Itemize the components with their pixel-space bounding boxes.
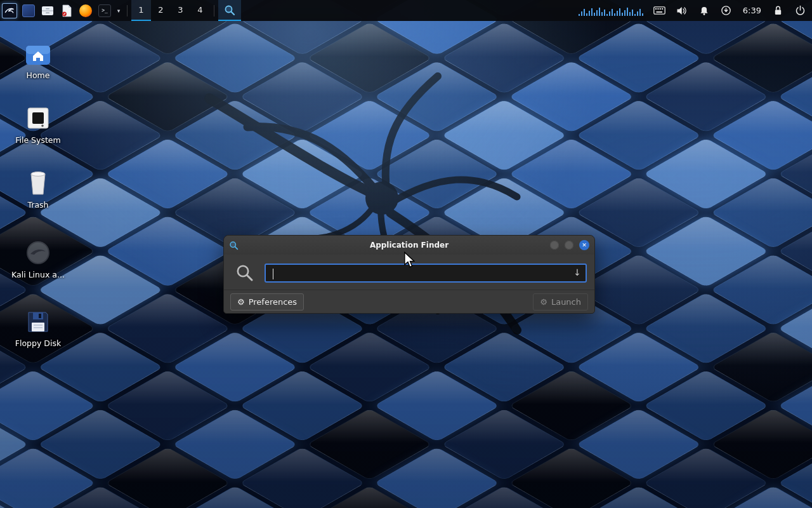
firefox-launcher[interactable] [76, 0, 95, 21]
volume-icon[interactable] [675, 0, 689, 21]
monitor-tick [639, 9, 641, 16]
preferences-button[interactable]: ⚙ Preferences [230, 293, 304, 311]
window-icon [229, 241, 239, 250]
desktop-icon [22, 4, 35, 17]
launch-label: Launch [551, 297, 581, 307]
top-panel: >_ ▾ 1 2 3 4 6:39 [0, 0, 812, 21]
terminal-icon: >_ [98, 4, 111, 17]
monitor-tick [599, 8, 600, 16]
monitor-tick [589, 11, 590, 16]
workspace-1-label: 1 [138, 5, 143, 15]
workspace-2-label: 2 [158, 5, 163, 15]
minimize-button[interactable] [550, 241, 559, 250]
desktop-icon-label: Home [8, 70, 69, 80]
firefox-icon [79, 4, 92, 17]
panel-separator [127, 5, 128, 17]
file-manager-launcher[interactable] [38, 0, 57, 21]
monitor-tick [591, 8, 593, 16]
dropdown-arrow-icon[interactable]: ↓ [573, 267, 581, 277]
home-icon [8, 37, 69, 66]
application-finder-task-icon [224, 4, 235, 16]
launch-icon: ⚙ [540, 298, 547, 306]
panel-left-group: >_ ▾ 1 2 3 4 [0, 0, 241, 21]
monitor-tick [634, 14, 636, 16]
search-icon [235, 264, 254, 283]
monitor-tick [624, 10, 625, 16]
window-footer: ⚙ Preferences ⚙ Launch [224, 290, 594, 313]
text-editor-icon [61, 4, 72, 17]
desktop-icon-file-system[interactable]: File System [8, 102, 69, 145]
workspace-1[interactable]: 1 [131, 0, 151, 21]
monitor-tick [579, 14, 580, 16]
launch-button[interactable]: ⚙ Launch [533, 293, 588, 311]
window-controls: ✕ [550, 240, 589, 250]
monitor-tick [584, 9, 585, 16]
notifications-bell-icon[interactable] [697, 0, 711, 21]
terminal-dropdown-chevron-icon[interactable]: ▾ [114, 0, 123, 21]
monitor-tick [617, 11, 618, 16]
panel-right-group: 6:39 [577, 0, 812, 21]
search-input[interactable] [266, 265, 586, 281]
desktop-icon-home[interactable]: Home [8, 37, 69, 80]
screen-lock-icon[interactable] [771, 0, 785, 21]
power-icon[interactable] [793, 0, 807, 21]
text-caret [273, 269, 273, 279]
monitor-tick [596, 10, 598, 16]
monitor-tick [637, 11, 638, 16]
desktop-icon-floppy-disk[interactable]: Floppy Disk [8, 305, 69, 348]
desktop-icon-label: Floppy Disk [8, 338, 69, 348]
desktop-icon-label: File System [8, 135, 69, 145]
monitor-tick [622, 13, 623, 16]
clock-label: 6:39 [743, 6, 761, 15]
close-button[interactable]: ✕ [579, 240, 589, 250]
monitor-tick [629, 12, 631, 16]
monitor-tick [619, 8, 620, 16]
monitor-tick [627, 8, 628, 16]
activity-monitor-applet[interactable] [577, 6, 645, 16]
desktop-icon-label: Kali Linux a... [8, 270, 69, 279]
workspace-2[interactable]: 2 [151, 0, 171, 21]
monitor-tick [586, 13, 587, 16]
monitor-tick [601, 12, 603, 16]
monitor-tick [581, 11, 582, 16]
maximize-button[interactable] [565, 241, 573, 250]
gear-icon: ⚙ [237, 298, 245, 306]
monitor-tick [594, 13, 595, 16]
show-desktop-button[interactable] [19, 0, 38, 21]
monitor-tick [609, 11, 610, 16]
monitor-tick [604, 10, 605, 16]
kali-docs-icon [8, 236, 69, 265]
terminal-launcher[interactable]: >_ [95, 0, 114, 21]
monitor-tick [606, 14, 608, 16]
search-row: ↓ [224, 255, 594, 291]
monitor-tick [612, 9, 613, 16]
workspace-3[interactable]: 3 [171, 0, 190, 21]
monitor-tick [642, 13, 643, 16]
keyboard-indicator-icon[interactable] [653, 0, 667, 21]
monitor-tick [632, 10, 633, 16]
text-editor-launcher[interactable] [57, 0, 76, 21]
trash-icon [8, 166, 69, 196]
workspace-4[interactable]: 4 [190, 0, 210, 21]
monitor-tick [614, 13, 615, 16]
workspace-4-label: 4 [197, 5, 202, 15]
preferences-label: Preferences [249, 297, 297, 307]
file-system-icon [8, 102, 69, 131]
file-manager-icon [41, 5, 54, 17]
close-icon: ✕ [582, 242, 587, 248]
panel-separator [214, 5, 214, 17]
taskbar-application-finder[interactable] [218, 0, 241, 21]
search-entry: ↓ [265, 264, 587, 283]
application-finder-window: Application Finder ✕ ↓ ⚙ Preferences ⚙ L… [223, 235, 595, 314]
desktop-icon-kali-docs[interactable]: Kali Linux a... [8, 236, 69, 279]
updates-icon[interactable] [719, 0, 733, 21]
desktop-icon-label: Trash [8, 200, 69, 210]
workspace-3-label: 3 [178, 5, 183, 15]
clock[interactable]: 6:39 [742, 6, 763, 15]
window-title: Application Finder [370, 241, 449, 250]
kali-menu-button[interactable] [0, 0, 19, 21]
desktop-icon-trash[interactable]: Trash [8, 166, 69, 210]
titlebar[interactable]: Application Finder ✕ [224, 236, 594, 255]
kali-logo-icon [2, 3, 17, 18]
floppy-disk-icon [8, 305, 69, 334]
